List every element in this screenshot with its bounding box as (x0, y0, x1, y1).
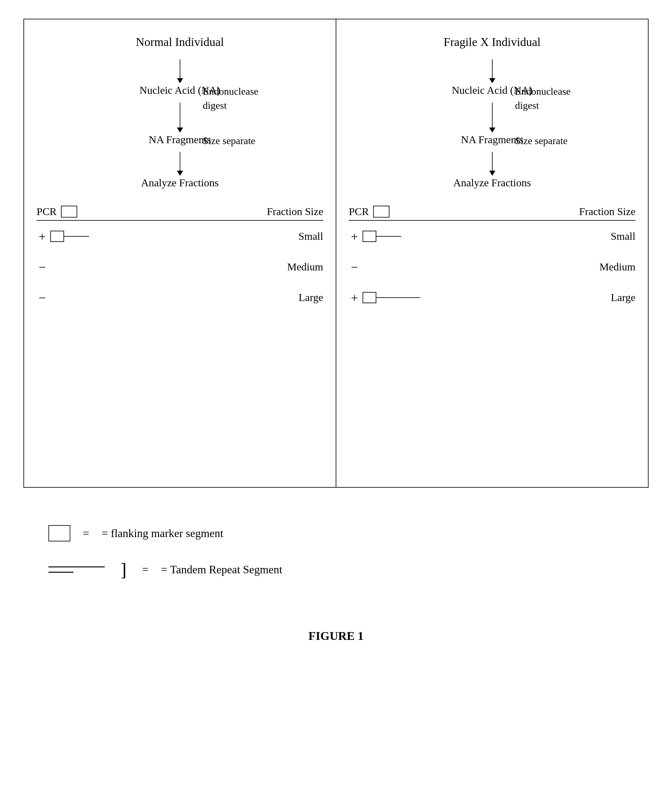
left-tandem-line-1 (64, 236, 89, 236)
arrow-head (177, 78, 183, 83)
flanking-marker-text: = flanking marker segment (102, 527, 223, 540)
left-pcr-header: PCR (37, 206, 105, 217)
right-data-rows: + Small − Medium + (349, 227, 635, 307)
right-size-2: Medium (600, 261, 635, 273)
right-side1: Endonucleasedigest (515, 85, 571, 113)
arrow-head (489, 78, 495, 83)
left-flow: Normal Individual Nucleic Acid (NA) Endo… (37, 35, 323, 196)
right-title: Fragile X Individual (444, 35, 540, 49)
legend-equals-1: = (83, 527, 89, 540)
left-pcr-box (61, 206, 77, 217)
left-panel: Normal Individual Nucleic Acid (NA) Endo… (24, 19, 336, 487)
right-sign-1: + (349, 229, 360, 244)
right-row-3: + Large (349, 288, 635, 307)
left-data-rows: + Small − Medium − Large (37, 227, 323, 307)
arrow-head (489, 128, 495, 133)
tr-short-line (48, 572, 73, 573)
left-visual-1 (50, 231, 107, 242)
arrow-head (177, 128, 183, 133)
right-marker-box-1 (362, 231, 376, 242)
arrow-head (177, 171, 183, 176)
left-sign-2: − (37, 260, 48, 275)
legend-equals-2: = (142, 563, 148, 576)
flanking-marker-legend: = = flanking marker segment (48, 525, 624, 541)
left-fraction-section: PCR Fraction Size + Small − (37, 206, 323, 319)
left-pcr-label: PCR (37, 206, 57, 217)
right-header-row: PCR Fraction Size (349, 206, 635, 221)
right-row-1: + Small (349, 227, 635, 246)
arrow-1-right (489, 59, 495, 83)
arrow-line (180, 102, 180, 128)
arrow-line (492, 102, 493, 128)
arrow-head (489, 171, 495, 176)
left-step3: Analyze Fractions (141, 177, 219, 189)
right-sign-2: − (349, 260, 360, 275)
right-row-2: − Medium (349, 257, 635, 276)
legend-section: = = flanking marker segment ] = = Tandem… (24, 513, 648, 610)
left-side1: Endonucleasedigest (203, 85, 259, 113)
right-tandem-line-3 (376, 297, 420, 298)
left-sign-1: + (37, 229, 48, 244)
left-title: Normal Individual (136, 35, 224, 49)
figure-caption: FIGURE 1 (308, 629, 364, 643)
right-visual-3 (362, 292, 420, 303)
arrow-1-left (177, 59, 183, 83)
tr-long-line (48, 567, 105, 567)
tandem-repeat-legend: ] = = Tandem Repeat Segment (48, 560, 624, 579)
tandem-repeat-text: = Tandem Repeat Segment (161, 563, 282, 576)
left-step2: NA Fragments (149, 134, 211, 146)
arrow-3-left (177, 152, 183, 176)
right-pcr-box (373, 206, 389, 217)
legend-flanking-box (48, 525, 70, 541)
right-visual-1 (362, 231, 419, 242)
left-side2: Size separate (203, 134, 255, 148)
tandem-bracket: ] (120, 560, 126, 579)
tandem-repeat-visual (48, 567, 105, 573)
left-row-2: − Medium (37, 257, 323, 276)
left-size-3: Large (298, 292, 323, 303)
right-pcr-header: PCR (349, 206, 418, 217)
arrow-2-left (177, 102, 183, 133)
right-pcr-label: PCR (349, 206, 369, 217)
left-sign-3: − (37, 291, 48, 305)
arrow-line (180, 59, 180, 78)
right-sign-3: + (349, 291, 360, 305)
right-size-1: Small (611, 230, 635, 242)
right-fraction-section: PCR Fraction Size + Small − (349, 206, 635, 319)
left-size-1: Small (298, 230, 323, 242)
left-marker-box-1 (50, 231, 64, 242)
arrow-2-right (489, 102, 495, 133)
right-side2: Size separate (515, 134, 568, 148)
left-header-row: PCR Fraction Size (37, 206, 323, 221)
right-fraction-size-header: Fraction Size (579, 206, 635, 217)
right-marker-box-3 (362, 292, 376, 303)
right-panel: Fragile X Individual Nucleic Acid (NA) E… (336, 19, 648, 487)
right-step2: NA Fragments (461, 134, 523, 146)
left-size-2: Medium (287, 261, 323, 273)
arrow-line (492, 59, 493, 78)
arrow-line (180, 152, 180, 171)
left-row-1: + Small (37, 227, 323, 246)
right-flow: Fragile X Individual Nucleic Acid (NA) E… (349, 35, 635, 196)
right-tandem-line-1 (376, 236, 401, 236)
arrow-3-right (489, 152, 495, 176)
main-diagram: Normal Individual Nucleic Acid (NA) Endo… (24, 19, 648, 488)
arrow-line (492, 152, 493, 171)
left-fraction-size-header: Fraction Size (267, 206, 323, 217)
right-size-3: Large (611, 292, 635, 303)
left-row-3: − Large (37, 288, 323, 307)
right-step3: Analyze Fractions (453, 177, 531, 189)
